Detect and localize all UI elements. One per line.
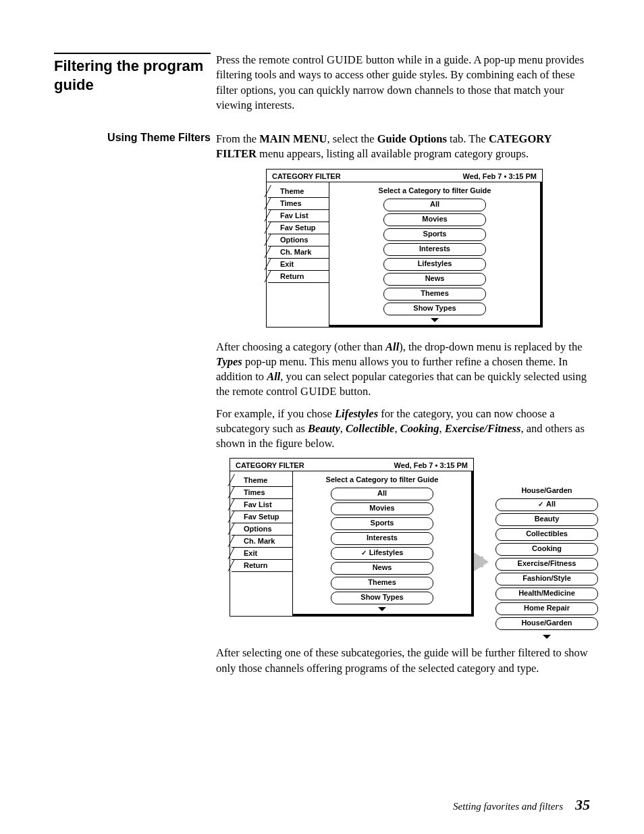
panel-hint: Select a Category to filter Guide bbox=[326, 475, 439, 484]
page-footer: Setting favorites and filters 35 bbox=[453, 796, 590, 814]
tab-list: Theme Times Fav List Fav Setup Options C… bbox=[267, 182, 329, 327]
text-em: Lifestyles bbox=[335, 407, 378, 420]
closing-paragraph: After selecting one of these subcategori… bbox=[216, 646, 594, 676]
panel-datetime: Wed, Feb 7 • 3:15 PM bbox=[394, 461, 468, 469]
more-down-icon[interactable] bbox=[431, 318, 439, 322]
theme-filters-paragraph: From the MAIN MENU, select the Guide Opt… bbox=[216, 132, 594, 162]
panel-title: CATEGORY FILTER bbox=[272, 172, 341, 180]
cat-sports[interactable]: Sports bbox=[331, 517, 433, 530]
sub-homerepair[interactable]: Home Repair bbox=[495, 602, 598, 615]
category-filter-panel-1: CATEGORY FILTER Wed, Feb 7 • 3:15 PM The… bbox=[266, 169, 543, 328]
cat-interests[interactable]: Interests bbox=[331, 532, 433, 545]
cat-themes[interactable]: Themes bbox=[331, 577, 433, 590]
cat-themes[interactable]: Themes bbox=[383, 288, 486, 301]
page-number: 35 bbox=[575, 796, 590, 813]
check-icon: ✓ bbox=[361, 549, 367, 556]
panel-hint: Select a Category to filter Guide bbox=[379, 186, 491, 194]
text-em: All bbox=[385, 340, 399, 353]
cat-movies[interactable]: Movies bbox=[383, 213, 486, 226]
tab-list: Theme Times Fav List Fav Setup Options C… bbox=[230, 471, 293, 616]
cat-showtypes[interactable]: Show Types bbox=[383, 303, 486, 315]
tab-options[interactable]: Options bbox=[230, 523, 292, 535]
guide-smallcaps: GUIDE bbox=[300, 385, 337, 398]
tab-exit[interactable]: Exit bbox=[230, 547, 292, 559]
text: All bbox=[546, 500, 556, 508]
subcategory-popup: House/Garden ✓All Beauty Collectibles Co… bbox=[495, 486, 598, 640]
cat-news[interactable]: News bbox=[383, 273, 486, 286]
tab-favsetup[interactable]: Fav Setup bbox=[230, 511, 292, 523]
cat-news[interactable]: News bbox=[331, 562, 433, 575]
sub-all-selected[interactable]: ✓All bbox=[495, 498, 598, 511]
intro-paragraph: Press the remote control GUIDE button wh… bbox=[216, 53, 594, 113]
tab-chmark[interactable]: Ch. Mark bbox=[267, 246, 329, 258]
tab-theme[interactable]: Theme bbox=[267, 185, 329, 197]
sub-beauty[interactable]: Beauty bbox=[495, 513, 598, 526]
panel-datetime: Wed, Feb 7 • 3:15 PM bbox=[463, 172, 537, 180]
sub-cooking[interactable]: Cooking bbox=[495, 543, 598, 556]
sub-health[interactable]: Health/Medicine bbox=[495, 588, 598, 600]
cat-all[interactable]: All bbox=[331, 488, 433, 500]
example-paragraph: For example, if you chose Lifestyles for… bbox=[216, 407, 594, 452]
tab-options[interactable]: Options bbox=[267, 234, 329, 246]
guide-smallcaps: GUIDE bbox=[327, 53, 363, 66]
text: , bbox=[340, 422, 346, 435]
tab-favlist[interactable]: Fav List bbox=[267, 209, 329, 221]
panel-title: CATEGORY FILTER bbox=[236, 461, 304, 469]
section-title: Filtering the program guide bbox=[54, 57, 216, 94]
text: For example, if you chose bbox=[216, 407, 335, 420]
text: , select the bbox=[327, 132, 377, 145]
tab-favsetup[interactable]: Fav Setup bbox=[267, 221, 329, 234]
text: Press the remote control bbox=[216, 53, 327, 66]
tab-return[interactable]: Return bbox=[267, 270, 329, 282]
section-rule bbox=[54, 53, 211, 54]
tab-return[interactable]: Return bbox=[230, 559, 292, 571]
text-bold: Guide Options bbox=[377, 132, 447, 145]
after-category-paragraph: After choosing a category (other than Al… bbox=[216, 340, 594, 400]
text: menu appears, listing all available prog… bbox=[257, 147, 529, 160]
cat-lifestyles[interactable]: Lifestyles bbox=[383, 258, 486, 271]
footer-section: Setting favorites and filters bbox=[453, 801, 563, 812]
text-bold: MAIN MENU bbox=[259, 132, 327, 145]
text: tab. The bbox=[447, 132, 489, 145]
cat-lifestyles-selected[interactable]: ✓Lifestyles bbox=[331, 547, 433, 560]
text-em: Collectible bbox=[346, 422, 394, 435]
text: , bbox=[394, 422, 400, 435]
tab-chmark[interactable]: Ch. Mark bbox=[230, 535, 292, 547]
check-icon: ✓ bbox=[538, 500, 543, 508]
more-down-icon[interactable] bbox=[543, 635, 551, 639]
sub-collectibles[interactable]: Collectibles bbox=[495, 528, 598, 541]
tab-times[interactable]: Times bbox=[230, 486, 292, 498]
arrow-right-icon bbox=[474, 552, 489, 571]
tab-times[interactable]: Times bbox=[267, 197, 329, 209]
text: After choosing a category (other than bbox=[216, 340, 385, 353]
cat-sports[interactable]: Sports bbox=[383, 228, 486, 241]
text-em: All bbox=[267, 370, 280, 383]
text: ), the drop-down menu is replaced by the bbox=[399, 340, 582, 353]
text: Lifestyles bbox=[369, 548, 404, 556]
cat-all[interactable]: All bbox=[383, 199, 486, 211]
text-em: Cooking bbox=[400, 422, 439, 435]
text-em: Exercise/Fitness bbox=[445, 422, 521, 435]
sub-housegarden[interactable]: House/Garden bbox=[495, 617, 598, 630]
tab-favlist[interactable]: Fav List bbox=[230, 498, 292, 511]
cat-showtypes[interactable]: Show Types bbox=[331, 592, 433, 604]
popup-header: House/Garden bbox=[495, 486, 598, 494]
tab-theme[interactable]: Theme bbox=[230, 474, 292, 486]
subhead-theme-filters: Using Theme Filters bbox=[54, 132, 216, 144]
tab-exit[interactable]: Exit bbox=[267, 258, 329, 270]
more-down-icon[interactable] bbox=[378, 607, 386, 611]
text-em: Beauty bbox=[308, 422, 340, 435]
sub-exercise[interactable]: Exercise/Fitness bbox=[495, 558, 598, 571]
cat-interests[interactable]: Interests bbox=[383, 243, 486, 256]
text-em: Types bbox=[216, 355, 242, 368]
category-filter-panel-2: CATEGORY FILTER Wed, Feb 7 • 3:15 PM The… bbox=[230, 458, 474, 617]
sub-fashion[interactable]: Fashion/Style bbox=[495, 573, 598, 585]
text: From the bbox=[216, 132, 259, 145]
text: , bbox=[439, 422, 444, 435]
text: button. bbox=[337, 385, 371, 398]
cat-movies[interactable]: Movies bbox=[331, 502, 433, 515]
